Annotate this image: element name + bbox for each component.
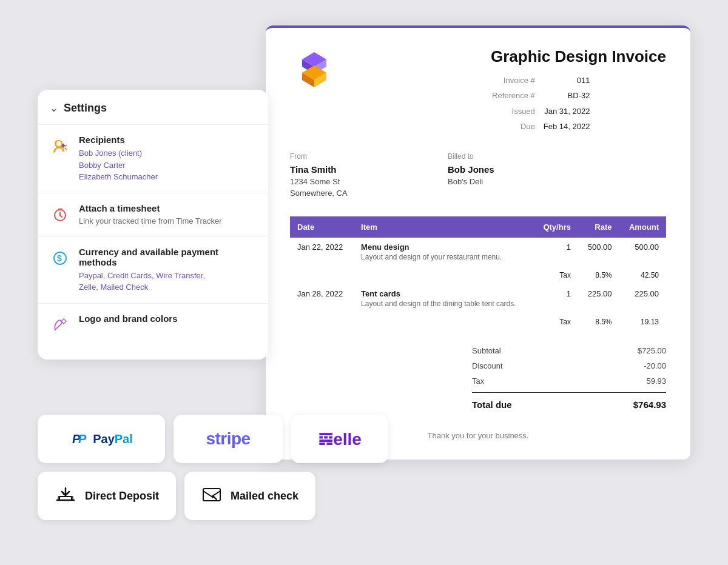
logo-content: Logo and brand colors	[79, 313, 178, 326]
table-row-tax1: Tax 8.5% 42.50	[290, 266, 666, 284]
item2-desc: Tent cards Layout and design of the dini…	[354, 284, 533, 313]
col-qty: Qty/hrs	[533, 216, 578, 238]
timesheet-sub: Link your tracked time from Time Tracker	[79, 216, 222, 227]
item2-date: Jan 28, 2022	[290, 284, 354, 313]
total-value: $764.93	[633, 400, 666, 410]
col-item: Item	[354, 216, 533, 238]
timesheet-title: Attach a timesheet	[79, 203, 222, 213]
mailed-check-card[interactable]: Mailed check	[184, 472, 315, 520]
tax-label: Tax	[472, 376, 484, 386]
totals-divider	[472, 392, 666, 393]
recipients-title: Recipients	[79, 135, 158, 145]
logo-title: Logo and brand colors	[79, 313, 178, 324]
settings-title: Settings	[64, 102, 107, 115]
settings-section-recipients: Recipients Bob Jones (client)Bobby Carte…	[38, 125, 268, 193]
settings-section-currency: $ Currency and available payment methods…	[38, 237, 268, 304]
direct-deposit-card[interactable]: Direct Deposit	[38, 472, 176, 520]
table-row: Jan 22, 2022 Menu design Layout and desi…	[290, 238, 666, 266]
to-company: Bob's Deli	[448, 176, 569, 188]
chevron-icon[interactable]: ⌄	[50, 102, 58, 114]
invoice-header: Graphic Design Invoice Invoice # 011 Ref…	[290, 47, 666, 135]
due-value: Feb 14, 2022	[544, 119, 590, 133]
col-rate: Rate	[578, 216, 619, 238]
settings-section-logo: Logo and brand colors	[38, 304, 268, 345]
settings-section-timesheet: Attach a timesheet Link your tracked tim…	[38, 193, 268, 237]
item1-amount: 500.00	[619, 238, 667, 266]
col-amount: Amount	[619, 216, 667, 238]
mailed-check-icon	[201, 484, 222, 509]
invoice-to: Billed to Bob Jones Bob's Deli	[448, 152, 569, 199]
item2-qty: 1	[533, 284, 578, 313]
direct-deposit-label: Direct Deposit	[85, 490, 159, 503]
totals-total: Total due $764.93	[472, 396, 666, 413]
from-label: From	[290, 152, 411, 161]
settings-header: ⌄ Settings	[38, 102, 268, 125]
subtotal-value: $725.00	[638, 346, 666, 355]
invoice-number: 011	[544, 73, 590, 87]
zelle-logo: 𝌙elle	[318, 429, 362, 449]
subtotal-label: Subtotal	[472, 346, 501, 355]
paypal-card[interactable]: PP PayPal	[38, 415, 165, 463]
recipients-content: Recipients Bob Jones (client)Bobby Carte…	[79, 135, 158, 183]
recipients-links[interactable]: Bob Jones (client)Bobby CarterElizabeth …	[79, 147, 158, 183]
total-label: Total due	[472, 400, 512, 410]
item1-desc: Menu design Layout and design of your re…	[354, 238, 533, 266]
tax-value: 59.93	[646, 376, 666, 386]
company-logo	[290, 47, 339, 96]
reference-value: BD-32	[544, 89, 590, 102]
totals-tax: Tax 59.93	[472, 373, 666, 389]
table-row-tax2: Tax 8.5% 19.13	[290, 313, 666, 331]
invoice-totals: Subtotal $725.00 Discount -20.00 Tax 59.…	[472, 343, 666, 413]
paypal-logo: PP PayPal	[70, 429, 133, 449]
invoice-title: Graphic Design Invoice	[491, 47, 666, 66]
timer-icon	[50, 204, 70, 225]
invoice-number-label: Invoice #	[492, 73, 542, 87]
table-row: Jan 28, 2022 Tent cards Layout and desig…	[290, 284, 666, 313]
payment-cards: PP PayPal stripe 𝌙elle	[38, 415, 388, 529]
zelle-card[interactable]: 𝌙elle	[291, 415, 388, 463]
to-name: Bob Jones	[448, 164, 569, 175]
svg-point-3	[56, 141, 62, 147]
from-name: Tina Smith	[290, 164, 411, 175]
brush-icon	[50, 315, 70, 335]
reference-label: Reference #	[492, 89, 542, 102]
discount-value: -20.00	[644, 361, 666, 370]
payment-row-top: PP PayPal stripe 𝌙elle	[38, 415, 388, 463]
currency-icon: $	[50, 248, 70, 269]
issued-value: Jan 31, 2022	[544, 104, 590, 118]
stripe-card[interactable]: stripe	[174, 415, 283, 463]
svg-rect-11	[203, 489, 220, 501]
currency-content: Currency and available payment methods P…	[79, 247, 256, 293]
invoice-meta: Invoice # 011 Reference # BD-32 Issued J…	[491, 72, 591, 135]
invoice-table: Date Item Qty/hrs Rate Amount Jan 22, 20…	[290, 216, 666, 331]
invoice-from-to: From Tina Smith 1234 Some St Somewhere, …	[290, 152, 666, 199]
item1-rate: 500.00	[578, 238, 619, 266]
svg-text:P: P	[78, 432, 87, 446]
svg-text:$: $	[57, 253, 62, 263]
invoice-panel: Graphic Design Invoice Invoice # 011 Ref…	[266, 25, 690, 460]
stripe-logo: stripe	[206, 429, 250, 449]
invoice-title-block: Graphic Design Invoice Invoice # 011 Ref…	[491, 47, 666, 135]
currency-title: Currency and available payment methods	[79, 247, 256, 267]
item2-amount: 225.00	[619, 284, 667, 313]
totals-discount: Discount -20.00	[472, 358, 666, 373]
discount-label: Discount	[472, 361, 503, 370]
item2-rate: 225.00	[578, 284, 619, 313]
from-address: 1234 Some St	[290, 176, 411, 188]
timesheet-content: Attach a timesheet Link your tracked tim…	[79, 203, 222, 227]
mailed-check-label: Mailed check	[231, 490, 298, 503]
col-date: Date	[290, 216, 354, 238]
issued-label: Issued	[492, 104, 542, 118]
invoice-from: From Tina Smith 1234 Some St Somewhere, …	[290, 152, 411, 199]
recipient-icon	[50, 136, 70, 156]
currency-links[interactable]: Paypal, Credit Cards, Wire Transfer,Zell…	[79, 270, 256, 293]
totals-subtotal: Subtotal $725.00	[472, 343, 666, 358]
billed-label: Billed to	[448, 152, 569, 161]
direct-deposit-icon	[55, 483, 76, 509]
settings-panel: ⌄ Settings Recip	[38, 90, 268, 359]
item1-qty: 1	[533, 238, 578, 266]
due-label: Due	[492, 119, 542, 133]
item1-date: Jan 22, 2022	[290, 238, 354, 266]
from-city: Somewhere, CA	[290, 187, 411, 199]
payment-row-bottom: Direct Deposit Mailed check	[38, 472, 388, 520]
